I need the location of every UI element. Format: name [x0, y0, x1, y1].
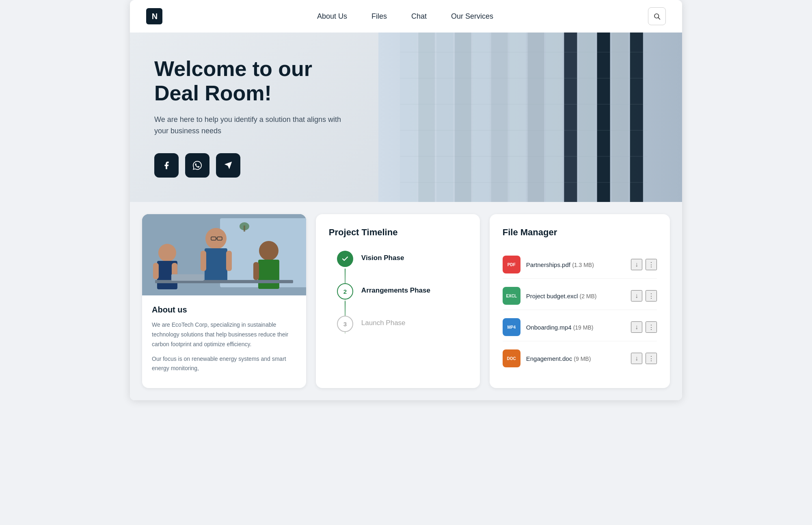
file-badge-excl: EXCL — [503, 287, 520, 305]
file-list: PDF Partnerships.pdf (1.3 MB) ↓ ⋮ EXCL — [503, 251, 657, 372]
about-paragraph-1: We are EcoTech Corp, specializing in sus… — [152, 320, 296, 349]
timeline-dot-1 — [337, 251, 353, 267]
svg-rect-36 — [201, 251, 206, 271]
file-more-3[interactable]: ⋮ — [646, 353, 657, 364]
svg-rect-7 — [473, 33, 490, 202]
timeline-label-3: Launch Phase — [361, 316, 406, 327]
navbar: N About Us Files Chat Our Services — [130, 0, 682, 33]
file-actions-1: ↓ ⋮ — [631, 290, 657, 302]
svg-rect-39 — [258, 260, 279, 289]
page-wrapper: N About Us Files Chat Our Services Welco… — [130, 0, 682, 400]
timeline: Vision Phase 2 Arrangements Phase 3 Laun… — [329, 251, 467, 332]
svg-rect-8 — [491, 33, 508, 202]
file-badge-mp4: MP4 — [503, 318, 520, 336]
brand-logo[interactable]: N — [146, 8, 162, 24]
hero-content: Welcome to our Deal Room! We are here to… — [130, 33, 374, 202]
file-name-2: Onboarding.mp4 (19 MB) — [526, 324, 625, 331]
timeline-item-3: 3 Launch Phase — [337, 316, 467, 332]
svg-rect-40 — [253, 262, 259, 280]
svg-rect-3 — [400, 33, 417, 202]
file-more-1[interactable]: ⋮ — [646, 290, 657, 302]
svg-rect-9 — [510, 33, 526, 202]
file-badge-pdf: PDF — [503, 256, 520, 273]
nav-link-about-us[interactable]: About Us — [317, 12, 347, 20]
file-name-3: Engagement.doc (9 MB) — [526, 355, 625, 362]
file-actions-0: ↓ ⋮ — [631, 259, 657, 270]
svg-rect-13 — [579, 33, 596, 202]
svg-point-27 — [158, 244, 176, 262]
file-more-2[interactable]: ⋮ — [646, 321, 657, 333]
svg-rect-11 — [546, 33, 562, 202]
about-image — [142, 214, 306, 295]
svg-rect-29 — [153, 263, 159, 279]
timeline-dot-3: 3 — [337, 316, 353, 332]
file-item-0: PDF Partnerships.pdf (1.3 MB) ↓ ⋮ — [503, 251, 657, 279]
file-item-2: MP4 Onboarding.mp4 (19 MB) ↓ ⋮ — [503, 313, 657, 341]
about-paragraph-2: Our focus is on renewable energy systems… — [152, 354, 296, 374]
timeline-item-2: 2 Arrangements Phase — [337, 283, 467, 299]
file-download-2[interactable]: ↓ — [631, 321, 642, 333]
file-download-3[interactable]: ↓ — [631, 353, 642, 364]
nav-links: About Us Files Chat Our Services — [317, 12, 493, 21]
timeline-label-2: Arrangements Phase — [361, 283, 430, 295]
timeline-dot-2: 2 — [337, 283, 353, 299]
facebook-button[interactable] — [154, 153, 179, 178]
file-item-3: DOC Engagement.doc (9 MB) ↓ ⋮ — [503, 345, 657, 372]
file-manager-title: File Manager — [503, 227, 657, 238]
svg-rect-15 — [612, 33, 628, 202]
timeline-item-1: Vision Phase — [337, 251, 467, 267]
timeline-label-1: Vision Phase — [361, 251, 404, 262]
hero-title: Welcome to our Deal Room! — [154, 57, 349, 106]
file-more-0[interactable]: ⋮ — [646, 259, 657, 270]
nav-link-chat[interactable]: Chat — [411, 12, 427, 20]
svg-rect-6 — [455, 33, 471, 202]
svg-rect-26 — [244, 226, 245, 232]
svg-rect-16 — [630, 33, 643, 202]
hero-buttons — [154, 153, 349, 178]
svg-line-1 — [658, 17, 660, 19]
hero-background-image — [378, 33, 682, 202]
timeline-card: Project Timeline Vision Phase 2 Arrangem… — [316, 214, 480, 388]
about-card: About us We are EcoTech Corp, specializi… — [142, 214, 306, 388]
timeline-title: Project Timeline — [329, 227, 467, 238]
svg-rect-42 — [171, 274, 204, 281]
svg-rect-5 — [436, 33, 453, 202]
svg-point-38 — [259, 241, 279, 260]
file-name-1: Project budget.excl (2 MB) — [526, 293, 625, 299]
hero-section: Welcome to our Deal Room! We are here to… — [130, 33, 682, 202]
file-actions-2: ↓ ⋮ — [631, 321, 657, 333]
svg-rect-37 — [226, 251, 232, 271]
nav-link-our-services[interactable]: Our Services — [451, 12, 493, 20]
svg-rect-4 — [418, 33, 435, 202]
file-download-1[interactable]: ↓ — [631, 290, 642, 302]
file-actions-3: ↓ ⋮ — [631, 353, 657, 364]
file-badge-doc: DOC — [503, 349, 520, 367]
about-title: About us — [152, 305, 296, 315]
file-name-0: Partnerships.pdf (1.3 MB) — [526, 261, 625, 268]
hero-subtitle: We are here to help you identify a solut… — [154, 114, 349, 137]
svg-rect-10 — [528, 33, 544, 202]
svg-rect-12 — [564, 33, 577, 202]
bottom-section: About us We are EcoTech Corp, specializi… — [130, 202, 682, 400]
file-download-0[interactable]: ↓ — [631, 259, 642, 270]
telegram-button[interactable] — [216, 153, 240, 178]
search-button[interactable] — [648, 7, 666, 25]
whatsapp-button[interactable] — [185, 153, 209, 178]
about-body: About us We are EcoTech Corp, specializi… — [142, 295, 306, 388]
nav-link-files[interactable]: Files — [371, 12, 387, 20]
svg-rect-35 — [205, 248, 227, 283]
file-item-1: EXCL Project budget.excl (2 MB) ↓ ⋮ — [503, 282, 657, 310]
svg-rect-14 — [597, 33, 610, 202]
file-manager-card: File Manager PDF Partnerships.pdf (1.3 M… — [490, 214, 670, 388]
